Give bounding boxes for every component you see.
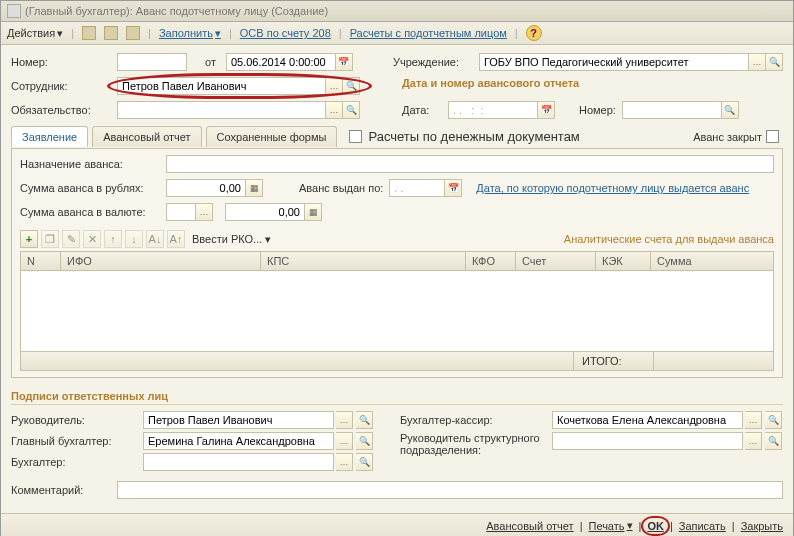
number2-label: Номер:: [579, 104, 616, 116]
pko-button[interactable]: Ввести РКО... ▾: [192, 233, 271, 246]
window-title: (Главный бухгалтер): Аванс подотчетному …: [25, 5, 328, 17]
report-number-input[interactable]: [622, 101, 722, 119]
sort-desc-icon[interactable]: A↑: [167, 230, 185, 248]
calendar-icon[interactable]: 📅: [538, 101, 555, 119]
col-n[interactable]: N: [21, 252, 61, 270]
print-menu[interactable]: Печать ▾: [588, 519, 632, 532]
tab-saved-forms[interactable]: Сохраненные формы: [206, 126, 338, 147]
issued-hint-link[interactable]: Дата, по которую подотчетному лицу выдае…: [476, 182, 749, 194]
ok-button[interactable]: OK: [647, 520, 664, 532]
comment-label: Комментарий:: [11, 484, 111, 496]
search-icon[interactable]: 🔍: [766, 53, 783, 71]
toolbar-icon-2[interactable]: [104, 26, 118, 40]
fill-menu[interactable]: Заполнить ▾: [159, 27, 221, 40]
purpose-label: Назначение аванса:: [20, 158, 160, 170]
lookup-icon[interactable]: …: [326, 77, 343, 95]
grid: N ИФО КПС КФО Счет КЭК Сумма ИТОГО:: [20, 251, 774, 371]
calc-icon[interactable]: ▦: [246, 179, 263, 197]
sort-asc-icon[interactable]: A↓: [146, 230, 164, 248]
report-date-input[interactable]: [448, 101, 538, 119]
lookup-icon[interactable]: …: [745, 411, 762, 429]
tabs: Заявление Авансовый отчет Сохраненные фо…: [11, 125, 783, 149]
up-icon[interactable]: ↑: [104, 230, 122, 248]
lookup-icon[interactable]: …: [745, 432, 762, 450]
chief-label: Главный бухгалтер:: [11, 435, 141, 447]
grid-body[interactable]: [21, 271, 773, 351]
col-sum[interactable]: Сумма: [651, 252, 773, 270]
col-kfo[interactable]: КФО: [466, 252, 516, 270]
sum-rub-input[interactable]: [166, 179, 246, 197]
total-value: [653, 352, 773, 370]
lookup-icon[interactable]: …: [196, 203, 213, 221]
down-icon[interactable]: ↓: [125, 230, 143, 248]
institution-label: Учреждение:: [393, 56, 473, 68]
obligation-input[interactable]: [117, 101, 326, 119]
sum-cur-input[interactable]: [225, 203, 305, 221]
money-docs-checkbox[interactable]: [349, 130, 362, 143]
manager-label: Руководитель:: [11, 414, 141, 426]
edit-icon[interactable]: ✎: [62, 230, 80, 248]
institution-input[interactable]: [479, 53, 749, 71]
calc-link[interactable]: Расчеты с подотчетным лицом: [350, 27, 507, 39]
analytics-note: Аналитические счета для выдачи аванса: [564, 233, 774, 245]
lookup-icon[interactable]: …: [326, 101, 343, 119]
chief-input[interactable]: [143, 432, 334, 450]
search-icon[interactable]: 🔍: [356, 432, 373, 450]
number-label: Номер:: [11, 56, 111, 68]
issued-date-input[interactable]: [389, 179, 445, 197]
sum-rub-label: Сумма аванса в рублях:: [20, 182, 160, 194]
actions-menu[interactable]: Действия ▾: [7, 27, 63, 40]
calendar-icon[interactable]: 📅: [336, 53, 353, 71]
lookup-icon[interactable]: …: [336, 411, 353, 429]
search-icon[interactable]: 🔍: [765, 432, 782, 450]
report-section-head: Дата и номер авансового отчета: [402, 77, 579, 89]
money-docs-label: Расчеты по денежным документам: [368, 129, 579, 144]
close-button[interactable]: Закрыть: [741, 520, 783, 532]
footer-toolbar: Авансовый отчет | Печать ▾ | OK | Записа…: [1, 513, 793, 536]
purpose-input[interactable]: [166, 155, 774, 173]
date-input[interactable]: [226, 53, 336, 71]
closed-label: Аванс закрыт: [693, 131, 762, 143]
calendar-icon[interactable]: 📅: [445, 179, 462, 197]
lookup-icon[interactable]: …: [336, 453, 353, 471]
search-icon[interactable]: 🔍: [343, 101, 360, 119]
copy-icon[interactable]: ❐: [41, 230, 59, 248]
employee-label: Сотрудник:: [11, 80, 111, 92]
osb-link[interactable]: ОСВ по счету 208: [240, 27, 331, 39]
search-icon[interactable]: 🔍: [356, 411, 373, 429]
calc-icon[interactable]: ▦: [305, 203, 322, 221]
col-kek[interactable]: КЭК: [596, 252, 651, 270]
advance-report-link[interactable]: Авансовый отчет: [486, 520, 573, 532]
col-kps[interactable]: КПС: [261, 252, 466, 270]
add-icon[interactable]: +: [20, 230, 38, 248]
lookup-icon[interactable]: …: [749, 53, 766, 71]
comment-input[interactable]: [117, 481, 783, 499]
search-icon[interactable]: 🔍: [356, 453, 373, 471]
delete-icon[interactable]: ✕: [83, 230, 101, 248]
search-icon[interactable]: 🔍: [765, 411, 782, 429]
help-icon[interactable]: ?: [526, 25, 542, 41]
employee-input[interactable]: [117, 77, 326, 95]
acct-input[interactable]: [143, 453, 334, 471]
search-icon[interactable]: 🔍: [343, 77, 360, 95]
lookup-icon[interactable]: …: [336, 432, 353, 450]
manager-input[interactable]: [143, 411, 334, 429]
main-toolbar: Действия ▾ | | Заполнить ▾ | ОСВ по счет…: [1, 22, 793, 45]
col-ifo[interactable]: ИФО: [61, 252, 261, 270]
toolbar-icon-3[interactable]: [126, 26, 140, 40]
toolbar-icon-1[interactable]: [82, 26, 96, 40]
col-acct[interactable]: Счет: [516, 252, 596, 270]
search-icon[interactable]: 🔍: [722, 101, 739, 119]
tab-advance-report[interactable]: Авансовый отчет: [92, 126, 201, 147]
app-icon: [7, 4, 21, 18]
number-input[interactable]: [117, 53, 187, 71]
cashier-input[interactable]: [552, 411, 743, 429]
currency-input[interactable]: [166, 203, 196, 221]
save-button[interactable]: Записать: [679, 520, 726, 532]
struct-input[interactable]: [552, 432, 743, 450]
date2-label: Дата:: [402, 104, 442, 116]
closed-checkbox[interactable]: [766, 130, 779, 143]
tab-application[interactable]: Заявление: [11, 126, 88, 147]
total-label: ИТОГО:: [573, 352, 653, 370]
acct-label: Бухгалтер:: [11, 456, 141, 468]
